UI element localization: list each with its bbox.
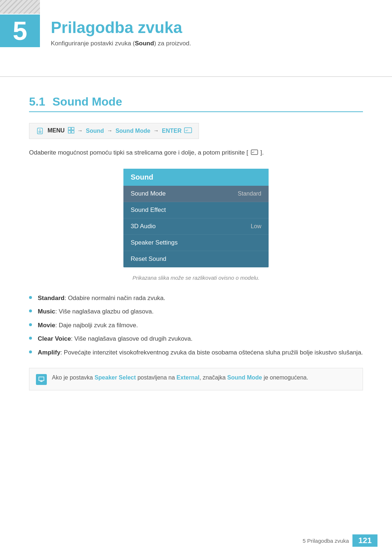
menu-path-text: MENU → Sound → Sound Mode → ENTER ↵ <box>48 127 192 135</box>
bullet-text: Standard: Odabire normalni način rada zv… <box>38 294 166 303</box>
remote-icon <box>36 127 44 135</box>
menu-path: MENU → Sound → Sound Mode → ENTER ↵ <box>29 123 199 139</box>
chapter-divider <box>0 76 392 77</box>
arrow2: → <box>107 128 113 134</box>
enter-icon: ↵ <box>184 127 192 135</box>
image-note: Prikazana slika može se razlikovati ovis… <box>29 275 363 281</box>
tv-menu-item: Reset Sound <box>123 251 269 267</box>
arrow1: → <box>77 128 83 134</box>
section-number: 5.1 <box>29 95 45 108</box>
menu-label: MENU <box>48 128 65 134</box>
menu-sound: Sound <box>86 128 104 134</box>
svg-rect-4 <box>68 127 71 130</box>
tv-menu-item: 3D AudioLow <box>123 218 269 235</box>
chapter-number: 5 <box>13 18 27 44</box>
subtitle-prefix: Konfiguriranje postavki zvuka ( <box>51 40 135 47</box>
bullet-term: Music <box>38 308 55 315</box>
tv-menu-item-label: Reset Sound <box>131 255 166 263</box>
chapter-header: 5 Prilagodba zvuka Konfiguriranje postav… <box>0 0 392 58</box>
chapter-title: Prilagodba zvuka <box>51 19 191 36</box>
list-item: Music: Više naglašava glazbu od glasova. <box>29 307 363 316</box>
bullet-term: Standard <box>38 295 65 301</box>
svg-text:↵: ↵ <box>185 128 188 132</box>
note-term3: Sound Mode <box>227 374 262 381</box>
section-title: Sound Mode <box>52 95 122 108</box>
bullet-dot <box>29 337 32 340</box>
tv-menu-item: Speaker Settings <box>123 235 269 251</box>
bullet-list: Standard: Odabire normalni način rada zv… <box>29 294 363 357</box>
bullet-term: Amplify <box>38 349 60 356</box>
tv-menu: Sound Sound ModeStandardSound Effect3D A… <box>123 169 269 267</box>
tv-menu-header: Sound <box>123 169 269 186</box>
tv-menu-item-label: 3D Audio <box>131 223 156 230</box>
svg-text:↵: ↵ <box>252 151 255 154</box>
svg-point-1 <box>40 130 41 131</box>
list-item: Amplify: Povećajte intenzitet visokofrek… <box>29 348 363 357</box>
chapter-number-box: 5 <box>0 15 40 47</box>
subtitle-suffix: ) za proizvod. <box>154 40 191 47</box>
menu-soundmode: Sound Mode <box>115 128 150 134</box>
tv-menu-item: Sound Effect <box>123 202 269 218</box>
bullet-dot <box>29 309 32 312</box>
svg-rect-7 <box>72 131 74 133</box>
tv-menu-item-value: Low <box>251 223 261 230</box>
description-suffix: ]. <box>260 149 264 156</box>
footer-chapter-label: 5 Prilagodba zvuka <box>303 538 349 544</box>
footer-page-number: 121 <box>352 534 377 547</box>
list-item: Standard: Odabire normalni način rada zv… <box>29 294 363 303</box>
chapter-title-block: Prilagodba zvuka Konfiguriranje postavki… <box>51 15 191 47</box>
bullet-term: Clear Voice <box>38 335 71 342</box>
grid-icon <box>68 127 74 135</box>
tv-menu-items: Sound ModeStandardSound Effect3D AudioLo… <box>123 186 269 267</box>
svg-rect-5 <box>72 127 74 130</box>
tv-menu-item-value: Standard <box>238 190 261 197</box>
bullet-text: Amplify: Povećajte intenzitet visokofrek… <box>38 348 363 357</box>
arrow3: → <box>154 128 159 134</box>
note-text: Ako je postavka Speaker Select postavlje… <box>52 373 308 382</box>
note-box: Ako je postavka Speaker Select postavlje… <box>29 368 363 390</box>
subtitle-bold: Sound <box>135 40 154 47</box>
enter-inline-icon: ↵ <box>251 148 258 158</box>
list-item: Clear Voice: Više naglašava glasove od d… <box>29 334 363 344</box>
bullet-dot <box>29 350 32 353</box>
tv-menu-container: Sound Sound ModeStandardSound Effect3D A… <box>29 169 363 267</box>
tv-menu-item-label: Sound Effect <box>131 206 166 214</box>
tv-menu-item-label: Speaker Settings <box>131 239 177 246</box>
note-icon <box>36 374 47 385</box>
main-content: 5.1 Sound Mode MENU → <box>0 91 392 412</box>
bullet-dot <box>29 296 32 299</box>
note-term1: Speaker Select <box>94 374 136 381</box>
bullet-text: Movie: Daje najbolji zvuk za filmove. <box>38 321 138 330</box>
bullet-text: Music: Više naglašava glazbu od glasova. <box>38 307 154 316</box>
svg-rect-0 <box>37 128 42 134</box>
tv-menu-item: Sound ModeStandard <box>123 186 269 202</box>
bullet-text: Clear Voice: Više naglašava glasove od d… <box>38 334 193 344</box>
menu-enter-label: ENTER <box>162 128 181 134</box>
bullet-dot <box>29 323 32 326</box>
chapter-subtitle: Konfiguriranje postavki zvuka (Sound) za… <box>51 40 191 47</box>
section-heading: 5.1 Sound Mode <box>29 95 363 112</box>
bullet-term: Movie <box>38 322 55 329</box>
note-term2: External <box>176 374 199 381</box>
description-text: Odaberite mogućnost pomoću tipki sa stre… <box>29 149 248 156</box>
list-item: Movie: Daje najbolji zvuk za filmove. <box>29 321 363 330</box>
page-footer: 5 Prilagodba zvuka 121 <box>303 534 377 547</box>
tv-menu-item-label: Sound Mode <box>131 190 166 197</box>
description: Odaberite mogućnost pomoću tipki sa stre… <box>29 148 363 157</box>
svg-rect-6 <box>68 131 71 133</box>
